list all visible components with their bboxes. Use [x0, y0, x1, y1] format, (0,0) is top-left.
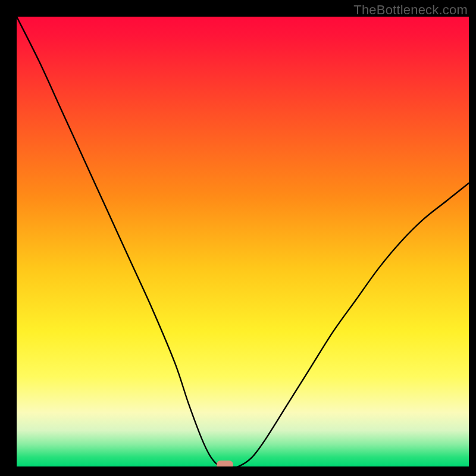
chart-frame: TheBottleneck.com — [0, 0, 476, 476]
watermark-text: TheBottleneck.com — [353, 2, 468, 18]
optimum-marker — [217, 461, 233, 466]
plot-area — [17, 17, 469, 466]
bottleneck-curve — [17, 17, 469, 466]
